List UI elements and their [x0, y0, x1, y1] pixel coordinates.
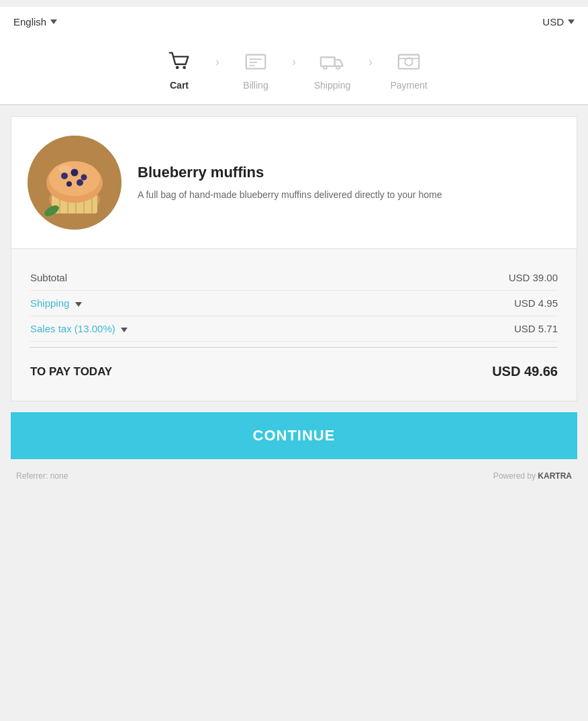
language-selector[interactable]: English: [13, 16, 57, 28]
subtotal-value: USD 39.00: [509, 272, 558, 283]
referrer-text: Referrer: none: [16, 471, 68, 481]
page-wrapper: English USD Cart ›: [0, 7, 588, 721]
svg-point-22: [61, 173, 68, 179]
product-description: A full bag of hand-made blueberry muffin…: [138, 188, 560, 202]
product-info: Blueberry muffins A full bag of hand-mad…: [138, 164, 560, 202]
currency-selector[interactable]: USD: [542, 16, 575, 28]
step-sep-2: ›: [292, 55, 296, 84]
language-label: English: [13, 16, 46, 28]
top-bar: English USD: [0, 7, 588, 37]
continue-button[interactable]: CONTINUE: [11, 412, 577, 459]
shipping-row: Shipping USD 4.95: [30, 291, 558, 316]
product-title: Blueberry muffins: [138, 164, 560, 181]
svg-point-0: [176, 66, 179, 69]
language-dropdown-icon: [50, 19, 57, 24]
product-image: [28, 136, 121, 230]
svg-rect-9: [399, 55, 419, 69]
svg-rect-2: [246, 55, 266, 69]
svg-point-25: [66, 181, 72, 187]
step-sep-1: ›: [215, 55, 219, 84]
shipping-icon: [316, 48, 348, 75]
svg-point-23: [71, 169, 79, 177]
step-cart[interactable]: Cart: [146, 48, 213, 91]
svg-point-21: [49, 161, 100, 196]
step-billing[interactable]: Billing: [222, 48, 289, 91]
step-shipping-label: Shipping: [314, 80, 351, 91]
total-row: TO PAY TODAY USD 49.66: [30, 353, 558, 385]
subtotal-row: Subtotal USD 39.00: [30, 265, 558, 291]
footer-bar: Referrer: none Powered by KARTRA: [5, 465, 583, 487]
total-divider: [30, 347, 558, 348]
svg-point-7: [324, 66, 327, 69]
sales-tax-row: Sales tax (13.00%) USD 5.71: [30, 316, 558, 342]
shipping-value: USD 4.95: [514, 297, 558, 309]
step-shipping[interactable]: Shipping: [299, 48, 366, 91]
svg-point-27: [58, 165, 72, 173]
kartra-brand: KARTRA: [538, 471, 572, 481]
powered-by-text: Powered by KARTRA: [493, 471, 572, 481]
step-billing-label: Billing: [243, 80, 268, 91]
sales-tax-label[interactable]: Sales tax (13.00%): [30, 323, 128, 334]
subtotal-label: Subtotal: [30, 272, 67, 283]
svg-point-26: [77, 179, 83, 186]
cart-icon: [163, 48, 195, 75]
sales-tax-dropdown-icon: [121, 328, 128, 332]
total-value: USD 49.66: [492, 364, 558, 379]
continue-section: CONTINUE: [11, 401, 577, 459]
checkout-steps: Cart › Billing ›: [0, 37, 588, 105]
step-payment[interactable]: Payment: [375, 48, 442, 91]
shipping-label[interactable]: Shipping: [30, 297, 82, 309]
pricing-section: Subtotal USD 39.00 Shipping USD 4.95 Sal…: [11, 249, 577, 401]
svg-point-8: [336, 66, 340, 69]
product-section: Blueberry muffins A full bag of hand-mad…: [11, 116, 577, 249]
total-label: TO PAY TODAY: [30, 365, 112, 379]
billing-icon: [240, 48, 272, 75]
currency-label: USD: [542, 16, 564, 28]
step-cart-label: Cart: [170, 80, 189, 91]
payment-icon: [393, 48, 425, 75]
step-sep-3: ›: [369, 55, 373, 84]
currency-dropdown-icon: [568, 19, 575, 24]
svg-point-1: [183, 66, 186, 69]
svg-rect-6: [321, 57, 335, 66]
svg-point-24: [81, 175, 87, 181]
sales-tax-value: USD 5.71: [514, 323, 558, 334]
step-payment-label: Payment: [390, 80, 427, 91]
shipping-dropdown-icon: [75, 302, 82, 307]
